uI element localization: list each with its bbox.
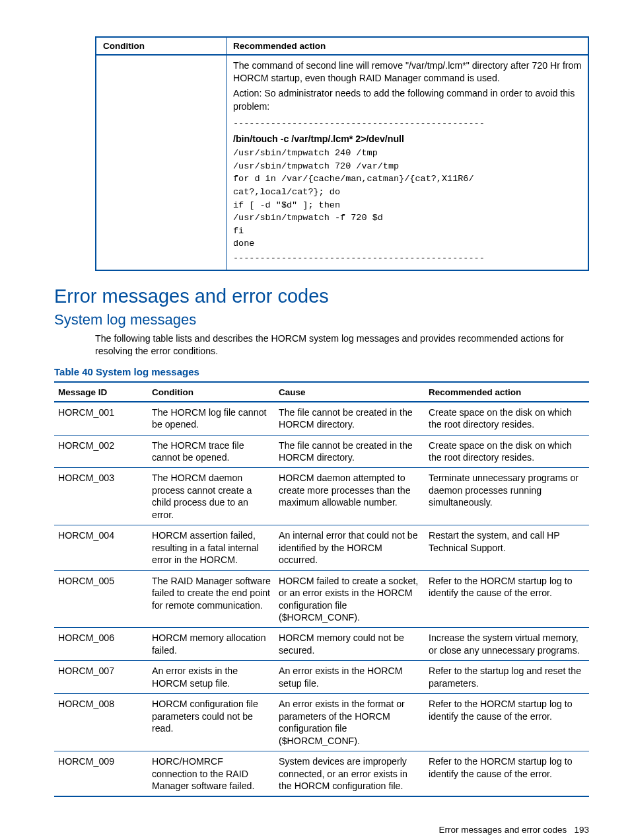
- cell-cause: An error exists in the HORCM setup file.: [275, 661, 425, 694]
- footer-text: Error messages and error codes: [439, 825, 567, 835]
- cell-cond: HORCM assertion failed, resulting in a f…: [148, 525, 275, 570]
- td-condition-empty: [96, 55, 227, 270]
- cell-cause: An error exists in the format or paramet…: [275, 694, 425, 751]
- action-para-2: Action: So administrator needs to add th…: [233, 87, 584, 112]
- separator-top: ----------------------------------------…: [233, 117, 584, 130]
- cell-cond: HORCM memory allocation failed.: [148, 628, 275, 661]
- cell-id: HORCM_004: [54, 525, 148, 570]
- cell-cond: An error exists in the HORCM setup file.: [148, 661, 275, 694]
- table-row: HORCM_001The HORCM log file cannot be op…: [54, 402, 589, 435]
- cell-action: Create space on the disk on which the ro…: [425, 435, 589, 468]
- system-log-messages-table: Message ID Condition Cause Recommended a…: [54, 381, 589, 798]
- code-line-6: fi: [233, 225, 584, 238]
- th-message-id: Message ID: [54, 382, 148, 402]
- cell-cause: The file cannot be created in the HORCM …: [275, 435, 425, 468]
- th-cause: Cause: [275, 382, 425, 402]
- table-row: HORCM_008HORCM configuration file parame…: [54, 694, 589, 751]
- action-para-1: The command of second line will remove "…: [233, 59, 584, 85]
- cell-cause: HORCM memory could not be secured.: [275, 628, 425, 661]
- cell-id: HORCM_001: [54, 402, 148, 435]
- page-footer: Error messages and error codes 193: [54, 825, 589, 835]
- table-caption: Table 40 System log messages: [54, 366, 589, 377]
- cell-cause: An internal error that could not be iden…: [275, 525, 425, 570]
- intro-text: The following table lists and describes …: [95, 332, 589, 358]
- cell-action: Refer to the HORCM startup log to identi…: [425, 570, 589, 628]
- code-line-1: /usr/sbin/tmpwatch 720 /var/tmp: [233, 160, 584, 173]
- table-row: HORCM_009HORC/HOMRCF connection to the R…: [54, 751, 589, 797]
- heading-error-messages: Error messages and error codes: [54, 286, 589, 307]
- cell-id: HORCM_002: [54, 435, 148, 468]
- cell-action: Increase the system virtual memory, or c…: [425, 628, 589, 661]
- th-action: Recommended action: [227, 37, 589, 55]
- code-line-7: done: [233, 237, 584, 250]
- cell-cause: System devices are improperly connected,…: [275, 751, 425, 797]
- td-action-content: The command of second line will remove "…: [227, 55, 589, 270]
- table-row: HORCM_004HORCM assertion failed, resulti…: [54, 525, 589, 570]
- code-line-4: if [ -d "$d" ]; then: [233, 199, 584, 212]
- cell-cond: The HORCM trace file cannot be opened.: [148, 435, 275, 468]
- th-condition: Condition: [96, 37, 227, 55]
- cell-cause: HORCM failed to create a socket, or an e…: [275, 570, 425, 628]
- cell-cond: HORCM configuration file parameters coul…: [148, 694, 275, 751]
- cell-id: HORCM_009: [54, 751, 148, 797]
- cell-id: HORCM_007: [54, 661, 148, 694]
- code-line-5: /usr/sbin/tmpwatch -f 720 $d: [233, 211, 584, 225]
- code-line-2: for d in /var/{cache/man,catman}/{cat?,X…: [233, 172, 584, 186]
- cell-cond: The HORCM log file cannot be opened.: [148, 402, 275, 435]
- cell-action: Refer to the startup log and reset the p…: [425, 661, 589, 694]
- cell-cause: HORCM daemon attempted to create more pr…: [275, 468, 425, 525]
- condition-action-table: Condition Recommended action The command…: [95, 36, 589, 271]
- th-condition: Condition: [148, 382, 275, 402]
- table-row: HORCM_006HORCM memory allocation failed.…: [54, 628, 589, 661]
- heading-system-log: System log messages: [54, 311, 589, 328]
- cell-cond: The RAID Manager software failed to crea…: [148, 570, 275, 628]
- th-recommended: Recommended action: [425, 382, 589, 402]
- cell-cond: The HORCM daemon process cannot create a…: [148, 468, 275, 525]
- cell-id: HORCM_006: [54, 628, 148, 661]
- touch-command: /bin/touch -c /var/tmp/.lcm* 2>/dev/null: [233, 134, 584, 144]
- cell-action: Create space on the disk on which the ro…: [425, 402, 589, 435]
- cell-id: HORCM_008: [54, 694, 148, 751]
- table-row: HORCM_003The HORCM daemon process cannot…: [54, 468, 589, 525]
- cell-id: HORCM_005: [54, 570, 148, 628]
- table-row: HORCM_002The HORCM trace file cannot be …: [54, 435, 589, 468]
- separator-bottom: ----------------------------------------…: [233, 252, 584, 265]
- table-row: HORCM_005The RAID Manager software faile…: [54, 570, 589, 628]
- cell-action: Terminate unnecessary programs or daemon…: [425, 468, 589, 525]
- cell-cond: HORC/HOMRCF connection to the RAID Manag…: [148, 751, 275, 797]
- cell-cause: The file cannot be created in the HORCM …: [275, 402, 425, 435]
- cell-action: Refer to the HORCM startup log to identi…: [425, 751, 589, 797]
- cell-action: Restart the system, and call HP Technica…: [425, 525, 589, 570]
- cell-action: Refer to the HORCM startup log to identi…: [425, 694, 589, 751]
- cell-id: HORCM_003: [54, 468, 148, 525]
- table-row: HORCM_007An error exists in the HORCM se…: [54, 661, 589, 694]
- code-line-0: /usr/sbin/tmpwatch 240 /tmp: [233, 147, 584, 160]
- code-line-3: cat?,local/cat?}; do: [233, 186, 584, 199]
- footer-page: 193: [574, 825, 589, 835]
